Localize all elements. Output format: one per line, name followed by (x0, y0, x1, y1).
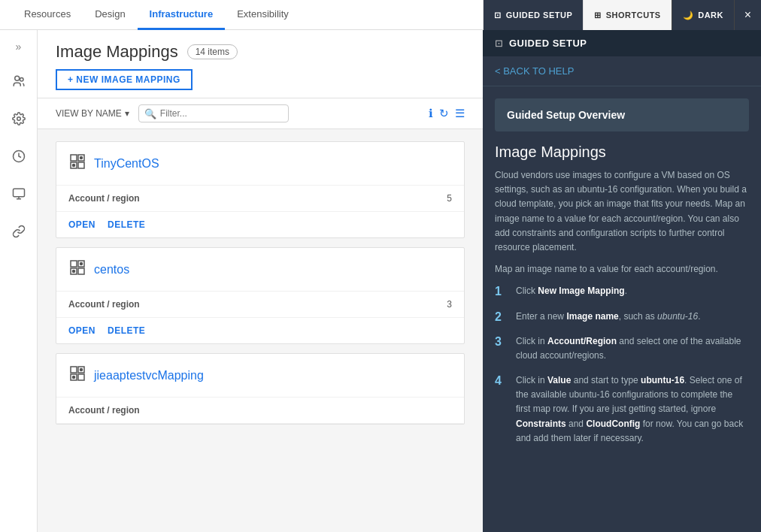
svg-rect-4 (13, 189, 24, 197)
svg-rect-7 (71, 155, 77, 161)
tab-design[interactable]: Design (83, 0, 137, 30)
card-header-tiny-centos: TinyCentOS (56, 142, 464, 186)
card-header-centos: centos (56, 248, 464, 292)
panel-title-row: Image Mappings 14 items (56, 42, 465, 62)
shortcuts-icon: ⊞ (594, 11, 602, 20)
sidebar-icon-clock[interactable] (7, 144, 31, 168)
page-title: Image Mappings (56, 42, 178, 62)
sidebar-icon-settings[interactable] (7, 107, 31, 131)
svg-rect-19 (71, 367, 77, 373)
svg-rect-10 (78, 162, 84, 168)
card-centos: centos Account / region 3 OPEN DELETE (56, 247, 465, 344)
cards-list: TinyCentOS Account / region 5 OPEN DELET… (38, 129, 483, 532)
guided-overview-box[interactable]: Guided Setup Overview (495, 98, 749, 131)
svg-point-2 (17, 117, 20, 121)
sidebar-icon-monitor[interactable] (7, 182, 31, 206)
guided-panel: ⊡ GUIDED SETUP < BACK TO HELP Guided Set… (483, 30, 761, 532)
image-mapping-icon-2 (68, 258, 86, 280)
new-image-mapping-button[interactable]: + NEW IMAGE MAPPING (56, 69, 193, 90)
card-title-centos[interactable]: centos (94, 263, 129, 277)
svg-rect-22 (78, 374, 84, 380)
account-region-label-2: Account / region (68, 405, 140, 416)
step-number-4: 4 (495, 374, 507, 388)
card-actions-centos: OPEN DELETE (56, 318, 464, 343)
guided-panel-icon: ⊡ (495, 38, 503, 49)
items-badge: 14 items (187, 44, 238, 59)
back-to-help-button[interactable]: < BACK TO HELP (483, 56, 761, 86)
card-title-tiny-centos[interactable]: TinyCentOS (94, 157, 159, 171)
close-guided-button[interactable]: × (734, 0, 761, 30)
guided-step-1: 1 Click New Image Mapping. (495, 284, 749, 298)
guided-description-2: Map an image name to a value for each ac… (495, 262, 749, 277)
account-region-label-0: Account / region (68, 193, 140, 204)
svg-point-0 (14, 76, 19, 80)
card-jieaaptest: jieaaptestvcMapping Account / region (56, 353, 465, 425)
guided-description-1: Cloud vendors use images to configure a … (495, 168, 749, 255)
account-region-value-1: 3 (447, 299, 452, 310)
account-region-value-0: 5 (447, 193, 452, 204)
delete-button-tiny-centos[interactable]: DELETE (108, 219, 145, 230)
step-text-2: Enter a new Image name, such as ubuntu-1… (516, 310, 701, 324)
filter-input-wrap: 🔍 (138, 104, 289, 122)
card-title-jieaaptest[interactable]: jieaaptestvcMapping (94, 369, 204, 382)
guided-section-title: Image Mappings (495, 144, 749, 161)
shortcuts-button[interactable]: ⊞ SHORTCUTS (583, 0, 671, 30)
svg-point-24 (80, 369, 83, 371)
guided-step-2: 2 Enter a new Image name, such as ubuntu… (495, 310, 749, 324)
svg-point-12 (80, 157, 83, 159)
account-region-label-1: Account / region (68, 299, 140, 310)
step-number-2: 2 (495, 310, 507, 324)
image-mapping-icon-3 (68, 364, 86, 386)
sidebar-icon-link[interactable] (7, 219, 31, 243)
chevron-down-icon: ▾ (125, 108, 129, 119)
svg-point-23 (73, 376, 75, 379)
tab-extensibility[interactable]: Extensibility (225, 0, 301, 30)
guided-header: ⊡ GUIDED SETUP ⊞ SHORTCUTS 🌙 DARK × (483, 0, 761, 30)
card-body-tiny-centos: Account / region 5 (56, 186, 464, 212)
svg-point-1 (20, 78, 23, 82)
open-button-tiny-centos[interactable]: OPEN (68, 219, 96, 230)
card-tiny-centos: TinyCentOS Account / region 5 OPEN DELET… (56, 141, 465, 238)
svg-rect-13 (71, 261, 77, 267)
svg-point-11 (73, 165, 75, 167)
guided-step-4: 4 Click in Value and start to type ubunt… (495, 373, 749, 446)
card-actions-tiny-centos: OPEN DELETE (56, 212, 464, 237)
view-by-dropdown[interactable]: VIEW BY NAME ▾ (56, 108, 129, 119)
guided-icon: ⊡ (494, 11, 502, 20)
step-text-1: Click New Image Mapping. (516, 284, 627, 298)
filter-actions: ℹ ↻ ☰ (429, 107, 465, 120)
svg-point-18 (80, 263, 83, 265)
search-icon: 🔍 (144, 108, 156, 119)
guided-steps: 1 Click New Image Mapping. 2 Enter a new… (495, 284, 749, 446)
svg-point-17 (73, 271, 75, 273)
open-button-centos[interactable]: OPEN (68, 325, 96, 336)
sidebar-icon-users[interactable] (7, 69, 31, 93)
sidebar: » (0, 30, 38, 532)
list-view-icon[interactable]: ☰ (455, 107, 465, 120)
top-navigation: Resources Design Infrastructure Extensib… (0, 0, 761, 30)
guided-setup-button[interactable]: ⊡ GUIDED SETUP (483, 0, 583, 30)
step-text-3: Click in Account/Region and select one o… (516, 334, 749, 363)
filter-row: VIEW BY NAME ▾ 🔍 ℹ ↻ ☰ (38, 98, 483, 129)
step-number-1: 1 (495, 285, 507, 298)
nav-tabs: Resources Design Infrastructure Extensib… (12, 0, 301, 30)
panel-header: Image Mappings 14 items + NEW IMAGE MAPP… (38, 30, 483, 98)
dark-mode-button[interactable]: 🌙 DARK (672, 0, 734, 30)
delete-button-centos[interactable]: DELETE (108, 325, 145, 336)
info-icon[interactable]: ℹ (429, 107, 433, 120)
card-header-jieaaptest: jieaaptestvcMapping (56, 354, 464, 397)
refresh-icon[interactable]: ↻ (439, 107, 449, 120)
guided-panel-header: ⊡ GUIDED SETUP (483, 30, 761, 56)
filter-input[interactable] (138, 104, 289, 122)
step-text-4: Click in Value and start to type ubuntu-… (516, 373, 749, 446)
tab-resources[interactable]: Resources (12, 0, 83, 30)
step-number-3: 3 (495, 335, 507, 349)
image-mapping-icon (68, 153, 86, 174)
svg-rect-16 (78, 268, 84, 274)
guided-content: Guided Setup Overview Image Mappings Clo… (483, 86, 761, 458)
main-content: » (0, 30, 761, 532)
card-body-centos: Account / region 3 (56, 292, 464, 318)
sidebar-expand-button[interactable]: » (10, 38, 28, 56)
tab-infrastructure[interactable]: Infrastructure (138, 0, 226, 30)
center-panel: Image Mappings 14 items + NEW IMAGE MAPP… (38, 30, 483, 532)
